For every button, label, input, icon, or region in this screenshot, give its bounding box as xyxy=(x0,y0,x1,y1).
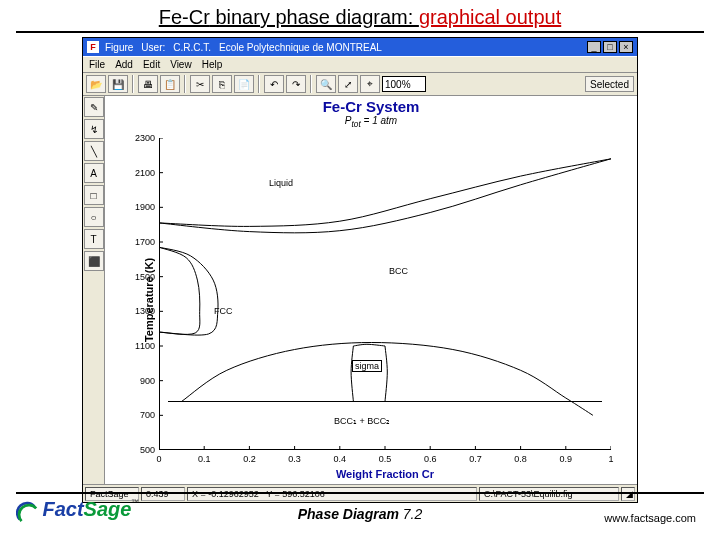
copy-icon[interactable]: ⎘ xyxy=(212,75,232,93)
x-axis-label: Weight Fraction Cr xyxy=(336,468,434,480)
y-tick: 1100 xyxy=(123,341,155,351)
menu-file[interactable]: File xyxy=(89,59,105,70)
app-window: F Figure User: C.R.C.T. Ecole Polytechni… xyxy=(82,37,638,503)
logo-text-a: Fact xyxy=(42,498,83,520)
toolbar-sep-4 xyxy=(310,75,312,93)
user-prefix: User: xyxy=(141,42,165,53)
title-part-c: graphical output xyxy=(419,6,561,28)
fit-icon[interactable]: ⤢ xyxy=(338,75,358,93)
selected-label: Selected xyxy=(590,79,629,90)
maximize-button[interactable]: □ xyxy=(603,41,617,53)
y-axis-label: Temperature (K) xyxy=(143,258,155,342)
factsage-logo: FactSage™ xyxy=(16,498,139,523)
slide-footer: FactSage™ Phase Diagram 7.2 www.factsage… xyxy=(0,492,720,540)
title-part-b: binary phase diagram: xyxy=(210,6,419,28)
zoom-value: 100% xyxy=(385,79,411,90)
menu-view[interactable]: View xyxy=(170,59,192,70)
redo-icon[interactable]: ↷ xyxy=(286,75,306,93)
y-tick: 1900 xyxy=(123,202,155,212)
zoom-icon[interactable]: 🔍 xyxy=(316,75,336,93)
toolbar: 📂 💾 🖶 📋 ✂ ⎘ 📄 ↶ ↷ 🔍 ⤢ ⌖ 100% Selected xyxy=(83,73,637,96)
selected-button[interactable]: Selected xyxy=(585,76,634,92)
tool-palette: ✎ ↯ ╲ A □ ○ T ⬛ xyxy=(83,96,105,484)
divider-top xyxy=(16,31,704,33)
region-liquid: Liquid xyxy=(269,178,293,188)
y-tick: 2100 xyxy=(123,168,155,178)
x-tick: 0.4 xyxy=(334,454,347,464)
label-tool-icon[interactable]: T xyxy=(84,229,104,249)
toolbar-sep-3 xyxy=(258,75,260,93)
minimize-button[interactable]: _ xyxy=(587,41,601,53)
labels-icon[interactable]: ⌖ xyxy=(360,75,380,93)
y-tick: 500 xyxy=(123,445,155,455)
paste-icon[interactable]: 📄 xyxy=(234,75,254,93)
footer-module: Phase Diagram xyxy=(298,506,399,522)
slide-title: Fe-Cr binary phase diagram: graphical ou… xyxy=(0,0,720,31)
chart-title: Fe-Cr System xyxy=(105,98,637,115)
chart-subtitle: Ptot = 1 atm xyxy=(105,115,637,129)
line-tool-icon[interactable]: ╲ xyxy=(84,141,104,161)
open-icon[interactable]: 📂 xyxy=(86,75,106,93)
save-icon[interactable]: 💾 xyxy=(108,75,128,93)
menu-add[interactable]: Add xyxy=(115,59,133,70)
zoom-field[interactable]: 100% xyxy=(382,76,426,92)
toolbar-sep-2 xyxy=(184,75,186,93)
ellipse-tool-icon[interactable]: ○ xyxy=(84,207,104,227)
pointer-tool-icon[interactable]: ↯ xyxy=(84,119,104,139)
x-tick: 0.9 xyxy=(560,454,573,464)
title-part-a: Fe-Cr xyxy=(159,6,210,28)
app-name: Figure xyxy=(105,42,133,53)
fill-tool-icon[interactable]: ⬛ xyxy=(84,251,104,271)
app-icon: F xyxy=(87,41,99,53)
plot-canvas[interactable]: Fe-Cr System Ptot = 1 atm Temperature (K… xyxy=(105,96,637,484)
x-tick: 1 xyxy=(608,454,613,464)
menubar: File Add Edit View Help xyxy=(83,56,637,73)
region-sigma: sigma xyxy=(352,360,382,372)
print-icon[interactable]: 🖶 xyxy=(138,75,158,93)
chart-curves xyxy=(159,138,611,450)
titlebar[interactable]: F Figure User: C.R.C.T. Ecole Polytechni… xyxy=(83,38,637,56)
text-tool-icon[interactable]: A xyxy=(84,163,104,183)
region-fcc: FCC xyxy=(214,306,233,316)
y-tick: 900 xyxy=(123,376,155,386)
workarea: ✎ ↯ ╲ A □ ○ T ⬛ Fe-Cr System Ptot = 1 at… xyxy=(83,96,637,484)
user-name: C.R.C.T. xyxy=(173,42,211,53)
footer-version: 7.2 xyxy=(403,506,422,522)
footer-url: www.factsage.com xyxy=(604,512,696,524)
y-tick: 2300 xyxy=(123,133,155,143)
x-tick: 0.5 xyxy=(379,454,392,464)
footer-title: Phase Diagram 7.2 xyxy=(298,506,423,522)
org-name: Ecole Polytechnique de MONTREAL xyxy=(219,42,382,53)
toolbar-sep-1 xyxy=(132,75,134,93)
close-button[interactable]: × xyxy=(619,41,633,53)
menu-edit[interactable]: Edit xyxy=(143,59,160,70)
y-tick: 1500 xyxy=(123,272,155,282)
menu-help[interactable]: Help xyxy=(202,59,223,70)
plot-area: Temperature (K) Weight Fraction Cr 50070… xyxy=(159,138,611,450)
region-bcc: BCC xyxy=(389,266,408,276)
rect-tool-icon[interactable]: □ xyxy=(84,185,104,205)
logo-tm: ™ xyxy=(131,498,139,507)
clipboard-icon[interactable]: 📋 xyxy=(160,75,180,93)
pencil-tool-icon[interactable]: ✎ xyxy=(84,97,104,117)
x-tick: 0.6 xyxy=(424,454,437,464)
cut-icon[interactable]: ✂ xyxy=(190,75,210,93)
logo-text-b: Sage xyxy=(84,498,132,520)
y-tick: 1700 xyxy=(123,237,155,247)
x-tick: 0.1 xyxy=(198,454,211,464)
divider-bottom xyxy=(16,492,704,494)
y-tick: 1300 xyxy=(123,306,155,316)
region-bcc1bcc2: BCC₁ + BCC₂ xyxy=(334,416,390,426)
x-tick: 0.7 xyxy=(469,454,482,464)
y-tick: 700 xyxy=(123,410,155,420)
x-tick: 0.3 xyxy=(288,454,301,464)
x-tick: 0.8 xyxy=(514,454,527,464)
undo-icon[interactable]: ↶ xyxy=(264,75,284,93)
x-tick: 0.2 xyxy=(243,454,256,464)
x-tick: 0 xyxy=(156,454,161,464)
